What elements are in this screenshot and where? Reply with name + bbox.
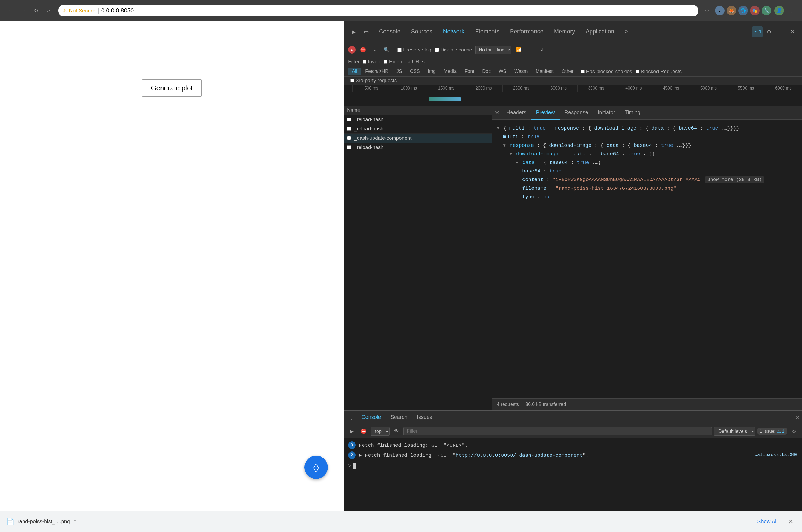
devtools-settings-icon[interactable]: ⚙ bbox=[764, 26, 774, 37]
filter-all[interactable]: All bbox=[348, 68, 361, 75]
request-item-2[interactable]: _reload-hash bbox=[344, 124, 492, 134]
filter-doc[interactable]: Doc bbox=[478, 68, 494, 75]
profile-icon[interactable]: 👤 bbox=[774, 6, 784, 15]
ext-icon-4[interactable]: 🎭 bbox=[750, 6, 760, 15]
filter-media[interactable]: Media bbox=[440, 68, 460, 75]
tab-performance[interactable]: Performance bbox=[505, 21, 549, 42]
request-checkbox-3[interactable] bbox=[347, 136, 351, 140]
preview-tab-timing[interactable]: Timing bbox=[620, 106, 645, 120]
preview-tab-initiator[interactable]: Initiator bbox=[593, 106, 620, 120]
ext-icon-2[interactable]: 🦊 bbox=[727, 6, 736, 15]
preview-close-button[interactable]: ✕ bbox=[495, 110, 499, 116]
downloads-bar-close[interactable]: ✕ bbox=[786, 516, 796, 528]
preview-tab-response[interactable]: Response bbox=[560, 106, 593, 120]
show-all-button[interactable]: Show All bbox=[753, 516, 782, 527]
has-blocked-cookies-checkbox[interactable]: Has blocked cookies bbox=[581, 69, 632, 74]
invert-input[interactable] bbox=[363, 60, 366, 63]
request-checkbox-4[interactable] bbox=[347, 146, 351, 149]
address-bar[interactable]: ⚠ Not Secure | 0.0.0.0:8050 bbox=[58, 5, 698, 16]
filter-other[interactable]: Other bbox=[558, 68, 577, 75]
tab-application[interactable]: Application bbox=[580, 21, 620, 42]
console-run-icon[interactable]: ▶ bbox=[347, 426, 357, 436]
devtools-cursor-icon[interactable]: ▶ bbox=[348, 26, 359, 37]
console-tab-search[interactable]: Search bbox=[386, 411, 412, 424]
console-prompt[interactable]: > bbox=[348, 460, 798, 472]
request-item-4[interactable]: _reload-hash bbox=[344, 143, 492, 152]
tab-console[interactable]: Console bbox=[374, 21, 406, 42]
expand-arrow-3[interactable]: ▼ bbox=[509, 152, 512, 156]
search-button[interactable]: 🔍 bbox=[382, 45, 391, 54]
tab-sources[interactable]: Sources bbox=[406, 21, 438, 42]
tab-memory[interactable]: Memory bbox=[549, 21, 580, 42]
preserve-log-input[interactable] bbox=[397, 48, 402, 52]
has-blocked-cookies-input[interactable] bbox=[581, 70, 585, 73]
request-checkbox-1[interactable] bbox=[347, 118, 351, 121]
clear-button[interactable]: ⛔ bbox=[359, 45, 367, 54]
expand-arrow-4[interactable]: ▼ bbox=[516, 160, 518, 165]
ext-icon-3[interactable]: 🌐 bbox=[739, 6, 748, 15]
console-tab-issues[interactable]: Issues bbox=[412, 411, 437, 424]
disable-cache-checkbox[interactable]: Disable cache bbox=[435, 47, 472, 53]
filter-js[interactable]: JS bbox=[393, 68, 406, 75]
home-button[interactable]: ⌂ bbox=[43, 5, 54, 16]
wifi-icon[interactable]: 📶 bbox=[514, 45, 523, 54]
console-clear-icon[interactable]: ⛔ bbox=[359, 426, 368, 436]
disable-cache-input[interactable] bbox=[435, 48, 439, 52]
download-icon[interactable]: ⇩ bbox=[538, 45, 546, 54]
menu-icon[interactable]: ⋮ bbox=[787, 6, 797, 15]
console-context-select[interactable]: top bbox=[370, 427, 389, 436]
show-more-button[interactable]: Show more (28.8 kB) bbox=[705, 176, 764, 183]
filter-css[interactable]: CSS bbox=[406, 68, 423, 75]
preview-tab-preview[interactable]: Preview bbox=[531, 106, 560, 120]
third-party-input[interactable] bbox=[350, 79, 354, 82]
devtools-device-icon[interactable]: ▭ bbox=[361, 26, 371, 37]
reload-button[interactable]: ↻ bbox=[31, 5, 41, 16]
ext-icon-5[interactable]: 🔧 bbox=[762, 6, 771, 15]
request-checkbox-2[interactable] bbox=[347, 127, 351, 131]
filter-icon-btn[interactable]: ▿ bbox=[370, 45, 379, 54]
generate-plot-button[interactable]: Generate plot bbox=[142, 79, 202, 97]
console-close-button[interactable]: ✕ bbox=[795, 414, 800, 421]
record-button[interactable]: ● bbox=[348, 46, 356, 54]
filter-manifest[interactable]: Manifest bbox=[532, 68, 558, 75]
console-filter-input[interactable] bbox=[403, 427, 712, 435]
console-panel-menu[interactable]: ⋮ bbox=[346, 412, 357, 423]
preserve-log-checkbox[interactable]: Preserve log bbox=[397, 47, 432, 53]
request-item-3[interactable]: _dash-update-component bbox=[344, 134, 492, 143]
tab-network[interactable]: Network bbox=[438, 21, 470, 42]
console-eye-icon[interactable]: 👁 bbox=[392, 426, 401, 436]
request-item-1[interactable]: _reload-hash bbox=[344, 115, 492, 124]
expand-arrow-2[interactable]: ▼ bbox=[503, 143, 506, 148]
throttle-select[interactable]: No throttling Fast 3G Slow 3G bbox=[475, 45, 511, 54]
console-right-1[interactable]: callbacks.ts:300 bbox=[754, 451, 798, 459]
blocked-requests-input[interactable] bbox=[636, 70, 639, 73]
hide-data-input[interactable] bbox=[384, 60, 387, 63]
third-party-checkbox[interactable]: 3rd-party requests bbox=[350, 78, 798, 83]
filter-fetch-xhr[interactable]: Fetch/XHR bbox=[362, 68, 392, 75]
preview-tab-headers[interactable]: Headers bbox=[502, 106, 531, 120]
console-level-select[interactable]: Default levels Verbose Info Warnings Err… bbox=[714, 427, 755, 436]
devtools-close-icon[interactable]: ✕ bbox=[787, 26, 798, 37]
upload-icon[interactable]: ⇧ bbox=[526, 45, 535, 54]
filter-font[interactable]: Font bbox=[461, 68, 478, 75]
ext-icon-1[interactable]: 🛡 bbox=[715, 6, 725, 15]
filter-img[interactable]: Img bbox=[424, 68, 439, 75]
devtools-more-icon[interactable]: ⋮ bbox=[776, 26, 786, 37]
back-button[interactable]: ← bbox=[5, 5, 16, 16]
star-icon[interactable]: ☆ bbox=[702, 6, 712, 15]
invert-checkbox[interactable]: Invert bbox=[363, 59, 381, 65]
console-tab-console[interactable]: Console bbox=[357, 411, 386, 424]
hide-data-checkbox[interactable]: Hide data URLs bbox=[384, 59, 425, 65]
console-link[interactable]: http://0.0.0.0:8050/_dash-update-compone… bbox=[456, 453, 583, 458]
expand-arrow-1[interactable]: ▼ bbox=[497, 126, 499, 131]
console-settings-icon[interactable]: ⚙ bbox=[789, 426, 799, 436]
filter-wasm[interactable]: Wasm bbox=[511, 68, 531, 75]
tab-elements[interactable]: Elements bbox=[470, 21, 505, 42]
tab-more[interactable]: » bbox=[620, 21, 633, 42]
download-chevron-icon[interactable]: ⌃ bbox=[73, 519, 77, 525]
blocked-requests-checkbox[interactable]: Blocked Requests bbox=[636, 69, 681, 74]
forward-button[interactable]: → bbox=[18, 5, 29, 16]
floating-action-button[interactable]: 〈〉 bbox=[305, 456, 328, 479]
issues-badge-button[interactable]: ⚠ 1 bbox=[752, 26, 763, 37]
filter-ws[interactable]: WS bbox=[495, 68, 510, 75]
